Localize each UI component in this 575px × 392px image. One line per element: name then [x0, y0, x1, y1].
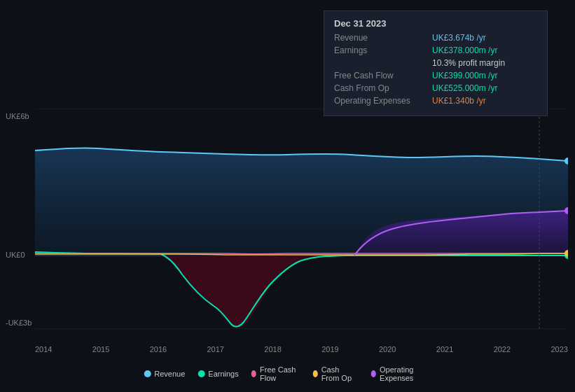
x-label-2017: 2017 [207, 345, 223, 354]
tooltip-row-cashfromop: Cash From Op UK£525.000m /yr [334, 83, 537, 93]
tooltip-row-margin: 10.3% profit margin [334, 58, 537, 68]
tooltip-value-cashfromop: UK£525.000m /yr [432, 83, 537, 93]
legend-earnings: Earnings [198, 370, 238, 378]
x-label-2014: 2014 [35, 345, 52, 354]
legend-label-revenue: Revenue [154, 370, 185, 378]
tooltip-value-revenue: UK£3.674b /yr [432, 33, 537, 43]
tooltip-value-opex: UK£1.340b /yr [432, 96, 537, 106]
x-axis-labels: 2014 2015 2016 2017 2018 2019 2020 2021 … [35, 345, 568, 354]
x-label-2022: 2022 [494, 345, 511, 354]
tooltip-label-fcf: Free Cash Flow [334, 71, 432, 80]
tooltip-box: Dec 31 2023 Revenue UK£3.674b /yr Earnin… [324, 10, 548, 116]
chart-container: Dec 31 2023 Revenue UK£3.674b /yr Earnin… [0, 0, 575, 392]
legend-label-opex: Operating Expenses [380, 365, 431, 382]
x-label-2019: 2019 [321, 345, 338, 354]
y-axis-top: UK£6b [6, 112, 29, 120]
tooltip-value-fcf: UK£399.000m /yr [432, 71, 537, 80]
x-label-2015: 2015 [92, 345, 109, 354]
legend-label-cashfromop: Cash From Op [321, 365, 359, 382]
x-label-2023: 2023 [550, 345, 567, 354]
y-axis-bottom: -UK£3b [6, 318, 32, 327]
tooltip-value-margin: 10.3% profit margin [432, 58, 537, 68]
tooltip-label-revenue: Revenue [334, 33, 432, 43]
legend-opex: Operating Expenses [371, 365, 431, 382]
tooltip-row-revenue: Revenue UK£3.674b /yr [334, 33, 537, 43]
legend-cashfromop: Cash From Op [312, 365, 358, 382]
legend-label-fcf: Free Cash Flow [260, 365, 300, 382]
legend-dot-opex [371, 370, 376, 377]
legend-dot-fcf [251, 370, 256, 377]
x-label-2018: 2018 [264, 345, 281, 354]
legend-label-earnings: Earnings [208, 370, 238, 378]
tooltip-row-earnings: Earnings UK£378.000m /yr [334, 46, 537, 55]
x-label-2021: 2021 [436, 345, 453, 354]
legend-fcf: Free Cash Flow [251, 365, 300, 382]
tooltip-date: Dec 31 2023 [334, 18, 537, 29]
tooltip-row-opex: Operating Expenses UK£1.340b /yr [334, 96, 537, 106]
legend-dot-cashfromop [312, 370, 317, 377]
tooltip-label-earnings: Earnings [334, 46, 432, 55]
tooltip-label-cashfromop: Cash From Op [334, 83, 432, 93]
chart-legend: Revenue Earnings Free Cash Flow Cash Fro… [144, 365, 431, 382]
tooltip-row-fcf: Free Cash Flow UK£399.000m /yr [334, 71, 537, 80]
tooltip-value-earnings: UK£378.000m /yr [432, 46, 537, 55]
legend-revenue: Revenue [144, 370, 185, 378]
tooltip-label-opex: Operating Expenses [334, 96, 432, 106]
legend-dot-earnings [198, 370, 205, 377]
y-axis-mid: UK£0 [6, 251, 25, 259]
x-label-2016: 2016 [150, 345, 167, 354]
chart-svg [35, 108, 568, 329]
x-label-2020: 2020 [379, 345, 396, 354]
legend-dot-revenue [144, 370, 151, 377]
